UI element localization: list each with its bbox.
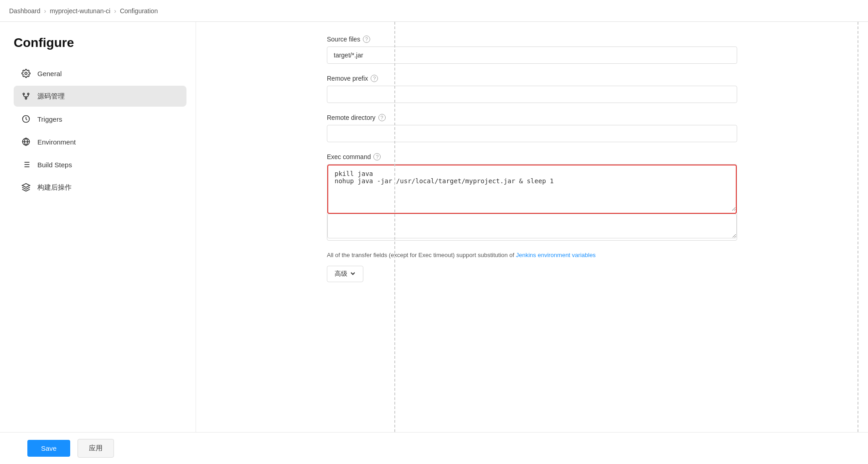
clock-icon bbox=[21, 114, 31, 124]
apply-button[interactable]: 应用 bbox=[78, 439, 114, 458]
sidebar-label-source: 源码管理 bbox=[37, 92, 65, 101]
exec-command-textarea[interactable]: pkill java nohup java -jar /usr/local/ta… bbox=[328, 165, 736, 211]
breadcrumb-dashboard[interactable]: Dashboard bbox=[9, 7, 41, 15]
topbar: Dashboard › myproject-wutunan-ci › Confi… bbox=[0, 0, 868, 22]
save-button[interactable]: Save bbox=[27, 440, 70, 457]
sidebar-item-environment[interactable]: Environment bbox=[14, 131, 186, 152]
sidebar-item-build-steps[interactable]: Build Steps bbox=[14, 154, 186, 175]
sidebar-item-triggers[interactable]: Triggers bbox=[14, 108, 186, 129]
breadcrumb-project[interactable]: myproject-wutunan-ci bbox=[50, 7, 110, 15]
breadcrumb-config[interactable]: Configuration bbox=[120, 7, 158, 15]
sidebar-label-general: General bbox=[37, 70, 62, 77]
sidebar-label-post-build: 构建后操作 bbox=[37, 183, 72, 192]
svg-point-3 bbox=[25, 98, 26, 99]
exec-command-textarea-extra[interactable] bbox=[327, 214, 737, 238]
sidebar-label-environment: Environment bbox=[37, 138, 76, 146]
jenkins-env-vars-link[interactable]: Jenkins environment variables bbox=[516, 252, 596, 258]
sidebar-item-source[interactable]: 源码管理 bbox=[14, 86, 186, 107]
sidebar-title: Configure bbox=[14, 36, 186, 50]
exec-command-group: Exec command ? pkill java nohup java -ja… bbox=[327, 153, 737, 241]
advanced-button[interactable]: 高级 bbox=[327, 266, 363, 282]
sidebar-item-general[interactable]: General bbox=[14, 63, 186, 84]
breadcrumb-sep-2: › bbox=[114, 7, 116, 15]
svg-point-2 bbox=[27, 93, 29, 94]
advanced-btn-label: 高级 bbox=[335, 270, 347, 278]
source-files-label: Source files ? bbox=[327, 36, 737, 43]
chevron-down-icon bbox=[350, 270, 356, 278]
source-files-input[interactable] bbox=[327, 46, 737, 64]
breadcrumb: Dashboard › myproject-wutunan-ci › Confi… bbox=[9, 7, 158, 15]
globe-icon bbox=[21, 137, 31, 147]
form-section: Source files ? Remove prefix ? Remote di… bbox=[327, 36, 737, 282]
remote-directory-help-icon[interactable]: ? bbox=[378, 114, 386, 121]
exec-command-help-icon[interactable]: ? bbox=[373, 153, 381, 160]
info-text: All of the transfer fields (except for E… bbox=[327, 252, 737, 258]
remote-directory-label: Remote directory ? bbox=[327, 114, 737, 121]
remove-prefix-label: Remove prefix ? bbox=[327, 75, 737, 82]
remote-directory-group: Remote directory ? bbox=[327, 114, 737, 142]
remote-directory-input[interactable] bbox=[327, 125, 737, 142]
sidebar: Configure General 源码 bbox=[0, 22, 196, 464]
remove-prefix-group: Remove prefix ? bbox=[327, 75, 737, 103]
layout: Configure General 源码 bbox=[0, 22, 868, 464]
list-icon bbox=[21, 160, 31, 170]
source-files-group: Source files ? bbox=[327, 36, 737, 64]
bottom-bar: Save 应用 bbox=[0, 432, 868, 464]
sidebar-label-triggers: Triggers bbox=[37, 115, 62, 123]
exec-command-wrapper: pkill java nohup java -jar /usr/local/ta… bbox=[327, 165, 737, 214]
exec-command-label: Exec command ? bbox=[327, 153, 737, 160]
cube-icon bbox=[21, 182, 31, 192]
sidebar-item-post-build[interactable]: 构建后操作 bbox=[14, 177, 186, 198]
remove-prefix-input[interactable] bbox=[327, 86, 737, 103]
main-content: Source files ? Remove prefix ? Remote di… bbox=[196, 22, 868, 464]
sidebar-label-build-steps: Build Steps bbox=[37, 161, 72, 169]
gear-icon bbox=[21, 68, 31, 78]
svg-point-1 bbox=[23, 93, 24, 94]
exec-command-outer: pkill java nohup java -jar /usr/local/ta… bbox=[327, 164, 737, 241]
source-files-help-icon[interactable]: ? bbox=[363, 36, 370, 43]
fork-icon bbox=[21, 91, 31, 101]
svg-point-0 bbox=[25, 72, 27, 75]
remove-prefix-help-icon[interactable]: ? bbox=[371, 75, 378, 82]
breadcrumb-sep-1: › bbox=[44, 7, 46, 15]
